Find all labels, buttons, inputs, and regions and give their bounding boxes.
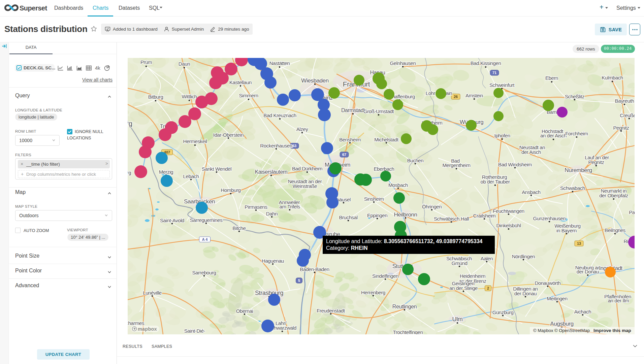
svg-text:in Bayern: in Bayern <box>556 228 577 233</box>
svg-text:Donauwörth: Donauwörth <box>535 280 561 286</box>
svg-text:Sinsheim: Sinsheim <box>364 196 384 202</box>
svg-text:mapbox: mapbox <box>138 326 157 332</box>
svg-text:Gelnhausen: Gelnhausen <box>390 60 416 66</box>
svg-text:am Trifels: am Trifels <box>279 204 300 209</box>
svg-text:Bad Dürkheim: Bad Dürkheim <box>292 166 322 171</box>
svg-text:Darmstadt: Darmstadt <box>341 107 365 113</box>
svg-text:Bitche: Bitche <box>232 225 246 231</box>
svg-text:Mergentheim: Mergentheim <box>442 162 470 168</box>
svg-text:Iphofen: Iphofen <box>494 133 510 138</box>
svg-text:Bayreuth: Bayreuth <box>615 98 634 104</box>
svg-text:der Oberpfalz: der Oberpfalz <box>599 193 628 198</box>
svg-text:Ansbach: Ansbach <box>522 189 541 195</box>
svg-text:Eppingen: Eppingen <box>367 212 387 218</box>
svg-text:Sarreguemines: Sarreguemines <box>190 217 223 223</box>
svg-text:Schwabach: Schwabach <box>560 185 585 191</box>
svg-text:63: 63 <box>292 144 296 148</box>
svg-text:Hermeskeil: Hermeskeil <box>183 138 207 144</box>
svg-text:Daun: Daun <box>179 61 190 67</box>
svg-text:Scheßlitz: Scheßlitz <box>565 94 584 99</box>
svg-text:Kaiserslautern: Kaiserslautern <box>255 169 288 175</box>
svg-text:Lebach: Lebach <box>183 173 199 179</box>
svg-text:Dinkelsbühl: Dinkelsbühl <box>496 223 521 228</box>
svg-text:Haguenau: Haguenau <box>262 258 284 264</box>
svg-text:Prüm: Prüm <box>140 59 152 65</box>
svg-text:Bad Kissingen: Bad Kissingen <box>471 60 501 66</box>
svg-text:Crailsheim: Crailsheim <box>473 213 496 219</box>
svg-text:Merzig: Merzig <box>159 169 173 175</box>
svg-text:Nuremberg: Nuremberg <box>565 167 592 173</box>
svg-text:Nastätten: Nastätten <box>269 60 290 66</box>
svg-text:26: 26 <box>454 95 458 99</box>
svg-text:der Donau: der Donau <box>577 269 599 274</box>
svg-text:67: 67 <box>342 153 346 157</box>
svg-text:Öhringen: Öhringen <box>422 204 442 209</box>
svg-text:13: 13 <box>577 241 581 245</box>
svg-text:Pegnitz: Pegnitz <box>613 125 629 131</box>
svg-text:Strasbourg: Strasbourg <box>255 290 283 296</box>
svg-text:Sarrebourg: Sarrebourg <box>192 270 216 275</box>
svg-text:Mosbach: Mosbach <box>388 182 408 188</box>
svg-text:Schwäbisch Hall: Schwäbisch Hall <box>434 216 469 222</box>
svg-text:Forchheim: Forchheim <box>565 131 588 136</box>
svg-text:Trochtelfingen: Trochtelfingen <box>393 329 423 334</box>
svg-text:Kastellaun: Kastellaun <box>229 79 252 85</box>
svg-text:Pirmasens: Pirmasens <box>245 204 267 210</box>
svg-text:Weinstraße: Weinstraße <box>293 183 317 189</box>
svg-text:Simmern: Simmern <box>239 93 258 98</box>
svg-text:Idar-Oberstein: Idar-Oberstein <box>213 132 244 138</box>
svg-text:häusel: häusel <box>336 197 351 202</box>
svg-text:der Donau: der Donau <box>514 291 537 296</box>
svg-text:Freudenstadt: Freudenstadt <box>317 308 345 313</box>
svg-text:Bitburg: Bitburg <box>148 94 163 100</box>
svg-text:Aalen: Aalen <box>481 256 493 261</box>
svg-text:Groß-Umstadt: Groß-Umstadt <box>363 108 394 114</box>
svg-text:Ebern: Ebern <box>545 75 558 81</box>
svg-text:ob der Tauber: ob der Tauber <box>480 179 510 185</box>
svg-text:Creußen: Creußen <box>620 112 635 118</box>
svg-text:Baden-Baden: Baden-Baden <box>300 266 329 272</box>
svg-text:Charmes: Charmes <box>128 320 144 326</box>
svg-text:Pa: Pa <box>629 209 635 215</box>
svg-text:Saint-Avold: Saint-Avold <box>160 218 184 223</box>
svg-text:rg: rg <box>128 120 132 127</box>
svg-text:Pegnitz: Pegnitz <box>588 159 604 165</box>
svg-text:Arnstein: Arnstein <box>465 93 483 98</box>
svg-text:71: 71 <box>492 71 496 75</box>
svg-text:Improve this map: Improve this map <box>593 328 631 333</box>
svg-text:Nördlingen: Nördlingen <box>512 254 535 259</box>
svg-text:Bensheim: Bensheim <box>339 137 361 142</box>
svg-text:Bad Windsheim: Bad Windsheim <box>498 162 532 167</box>
svg-text:Augsburg: Augsburg <box>550 321 574 327</box>
svg-text:an der Ilm: an der Ilm <box>608 298 629 303</box>
svg-text:Feuchtwangen: Feuchtwangen <box>493 208 524 214</box>
svg-text:Eberbach: Eberbach <box>374 166 394 172</box>
svg-text:Reutlingen: Reutlingen <box>392 304 417 309</box>
svg-text:Bad Kreuznach: Bad Kreuznach <box>263 112 296 118</box>
svg-text:Saint-Dié-: Saint-Dié- <box>184 328 205 334</box>
svg-text:Michelstadt: Michelstadt <box>374 137 399 142</box>
svg-text:Sindelfingen: Sindelfingen <box>372 273 398 279</box>
svg-text:Wittlich: Wittlich <box>182 94 197 99</box>
svg-text:Kulmbach: Kulmbach <box>602 75 623 80</box>
svg-text:Lunéville: Lunéville <box>143 290 162 296</box>
svg-text:Schweinfurt: Schweinfurt <box>489 82 515 88</box>
svg-text:rg: rg <box>128 170 131 175</box>
svg-text:Alzey: Alzey <box>296 126 309 132</box>
svg-text:Buchen: Buchen <box>407 158 424 163</box>
svg-text:Obernai: Obernai <box>236 308 253 314</box>
svg-text:Heilbronn: Heilbronn <box>394 211 417 218</box>
svg-text:an der Aisch: an der Aisch <box>540 133 567 138</box>
svg-text:an der Steige: an der Steige <box>449 285 478 291</box>
svg-text:Sankt Wendel: Sankt Wendel <box>202 166 231 172</box>
svg-text:der Aisch: der Aisch <box>521 149 541 155</box>
svg-text:Meitingen: Meitingen <box>547 296 567 301</box>
svg-text:Bruchsal: Bruchsal <box>339 214 357 220</box>
svg-text:2: 2 <box>487 286 489 290</box>
svg-text:A 4: A 4 <box>202 237 208 241</box>
svg-text:Ulm: Ulm <box>452 316 463 323</box>
svg-text:Herrenberg: Herrenberg <box>361 290 385 295</box>
svg-text:© Mapbox © OpenStreetMap: © Mapbox © OpenStreetMap <box>533 328 590 333</box>
svg-text:Rockenhausen: Rockenhausen <box>260 143 292 148</box>
svg-text:Günzburg: Günzburg <box>492 309 514 315</box>
